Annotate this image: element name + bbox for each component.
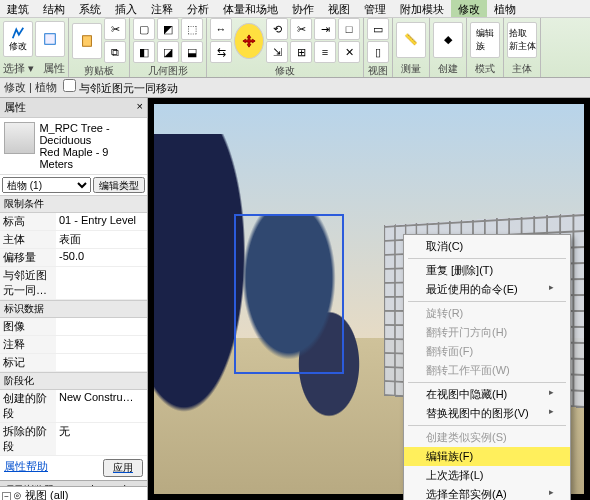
pick-host-tool[interactable]: 拾取 新主体 xyxy=(507,22,537,58)
menu-系统[interactable]: 系统 xyxy=(72,0,108,17)
property-row[interactable]: 拆除的阶段无 xyxy=(0,423,147,456)
property-row[interactable]: 标高01 - Entry Level xyxy=(0,213,147,231)
menu-协作[interactable]: 协作 xyxy=(285,0,321,17)
mod-6[interactable]: ⊞ xyxy=(290,41,312,63)
section-phase: 阶段化 xyxy=(0,372,147,390)
mod-1[interactable]: ↔ xyxy=(210,18,232,40)
context-menu-item[interactable]: 编辑族(F) xyxy=(404,447,570,466)
property-row[interactable]: 偏移量-50.0 xyxy=(0,249,147,267)
svg-rect-0 xyxy=(45,34,56,45)
ribbon: 修改 选择 ▾ 属性 ✂ ⧉ 剪贴板 ▢◧ ◩◪ ⬚⬓ 几何图形 ↔⇆ ⟲⇲ ✂… xyxy=(0,18,590,78)
property-row[interactable]: 与邻近图元一同… xyxy=(0,267,147,300)
mod-10[interactable]: ✕ xyxy=(338,41,360,63)
context-menu-item: 旋转(R) xyxy=(404,304,570,323)
property-row[interactable]: 图像 xyxy=(0,318,147,336)
property-row[interactable]: 创建的阶段New Constru… xyxy=(0,390,147,423)
menu-分析[interactable]: 分析 xyxy=(180,0,216,17)
context-menu-item: 翻转面(F) xyxy=(404,342,570,361)
context-menu-item[interactable]: 选择全部实例(A) xyxy=(404,485,570,500)
geo-5[interactable]: ⬚ xyxy=(181,18,203,40)
svg-rect-1 xyxy=(83,35,92,46)
menu-注释[interactable]: 注释 xyxy=(144,0,180,17)
properties-help-link[interactable]: 属性帮助 xyxy=(4,459,48,477)
mod-2[interactable]: ⇆ xyxy=(210,41,232,63)
context-menu-item[interactable]: 重复 [删除](T) xyxy=(404,261,570,280)
project-browser-title: 项目浏览器 - rac_advanced_sample_… xyxy=(0,480,147,487)
create-tool[interactable]: ◆ xyxy=(433,22,463,58)
menu-管理[interactable]: 管理 xyxy=(357,0,393,17)
view-1[interactable]: ▭ xyxy=(367,18,389,40)
context-menu-item[interactable]: 上次选择(L) xyxy=(404,466,570,485)
context-menu-item: 翻转开门方向(H) xyxy=(404,323,570,342)
property-row[interactable]: 注释 xyxy=(0,336,147,354)
edit-family-tool[interactable]: 编辑 族 xyxy=(470,22,500,58)
menu-视图[interactable]: 视图 xyxy=(321,0,357,17)
context-menu: 取消(C)重复 [删除](T)最近使用的命令(E)旋转(R)翻转开门方向(H)翻… xyxy=(403,234,571,500)
category-select[interactable]: 植物 (1) xyxy=(2,177,91,193)
left-panel: 属性× M_RPC Tree -DeciduousRed Maple - 9 M… xyxy=(0,98,148,500)
copy-tool[interactable]: ⧉ xyxy=(104,41,126,63)
edit-type-button[interactable]: 编辑类型 xyxy=(93,177,145,193)
menu-结构[interactable]: 结构 xyxy=(36,0,72,17)
geo-4[interactable]: ◪ xyxy=(157,41,179,63)
geo-6[interactable]: ⬓ xyxy=(181,41,203,63)
menubar: 建筑结构系统插入注释分析体量和场地协作视图管理附加模块修改植物 xyxy=(0,0,590,18)
option-tab-label: 修改 | 植物 xyxy=(4,80,57,95)
context-menu-item[interactable]: 在视图中隐藏(H) xyxy=(404,385,570,404)
properties-panel-title: 属性× xyxy=(0,98,147,118)
mod-9[interactable]: □ xyxy=(338,18,360,40)
menu-植物[interactable]: 植物 xyxy=(487,0,523,17)
properties-tool[interactable] xyxy=(35,21,65,57)
section-identity: 标识数据 xyxy=(0,300,147,318)
menu-建筑[interactable]: 建筑 xyxy=(0,0,36,17)
context-menu-item[interactable]: 最近使用的命令(E) xyxy=(404,280,570,299)
mod-4[interactable]: ⇲ xyxy=(266,41,288,63)
property-row[interactable]: 标记 xyxy=(0,354,147,372)
geo-2[interactable]: ◧ xyxy=(133,41,155,63)
measure-tool[interactable]: 📏 xyxy=(396,22,426,58)
view-2[interactable]: ▯ xyxy=(367,41,389,63)
apply-button[interactable]: 应用 xyxy=(103,459,143,477)
context-menu-item: 创建类似实例(S) xyxy=(404,428,570,447)
cut-tool[interactable]: ✂ xyxy=(104,18,126,40)
option-bar: 修改 | 植物 与邻近图元一同移动 xyxy=(0,78,590,98)
mod-7[interactable]: ⇥ xyxy=(314,18,336,40)
paste-tool[interactable] xyxy=(72,23,102,59)
context-menu-item: 翻转工作平面(W) xyxy=(404,361,570,380)
menu-修改[interactable]: 修改 xyxy=(451,0,487,17)
project-browser-tree[interactable]: −⊙ 视图 (all) +楼层平面 (Floor Plan)+天花板平面 (Ce… xyxy=(0,487,147,500)
family-name: M_RPC Tree -DeciduousRed Maple - 9 Meter… xyxy=(39,122,143,170)
family-thumbnail xyxy=(4,122,35,154)
viewport[interactable]: 取消(C)重复 [删除](T)最近使用的命令(E)旋转(R)翻转开门方向(H)翻… xyxy=(148,98,590,500)
geo-3[interactable]: ◩ xyxy=(157,18,179,40)
selected-tree[interactable] xyxy=(234,214,344,374)
menu-插入[interactable]: 插入 xyxy=(108,0,144,17)
move-with-nearby-checkbox[interactable]: 与邻近图元一同移动 xyxy=(63,79,178,96)
geo-1[interactable]: ▢ xyxy=(133,18,155,40)
context-menu-item[interactable]: 取消(C) xyxy=(404,237,570,256)
menu-附加模块[interactable]: 附加模块 xyxy=(393,0,451,17)
mod-5[interactable]: ✂ xyxy=(290,18,312,40)
context-menu-item[interactable]: 替换视图中的图形(V) xyxy=(404,404,570,423)
move-tool[interactable] xyxy=(234,23,264,59)
section-constraints: 限制条件 xyxy=(0,195,147,213)
mod-8[interactable]: ≡ xyxy=(314,41,336,63)
close-icon[interactable]: × xyxy=(137,100,143,115)
menu-体量和场地[interactable]: 体量和场地 xyxy=(216,0,285,17)
property-row[interactable]: 主体表面 xyxy=(0,231,147,249)
mod-3[interactable]: ⟲ xyxy=(266,18,288,40)
modify-tool[interactable]: 修改 xyxy=(3,21,33,57)
